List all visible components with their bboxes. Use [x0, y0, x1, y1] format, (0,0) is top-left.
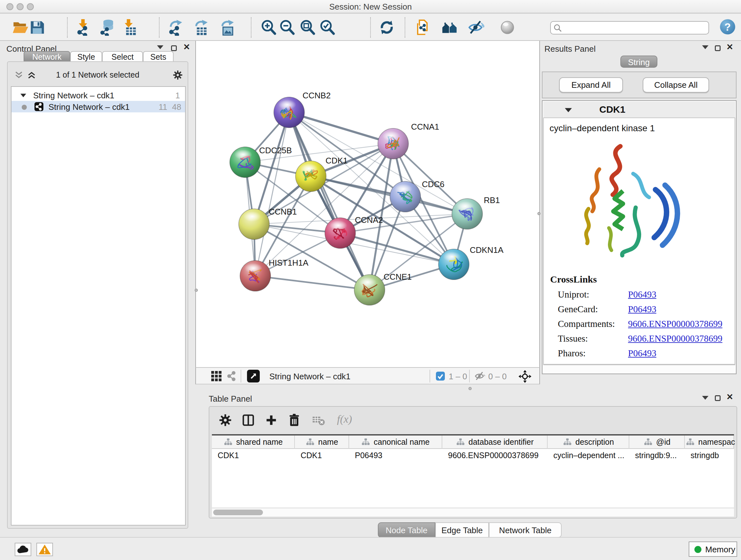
network-view[interactable]: CCNB2CCNA1CDC25BCDK1CDC6RB1CCNB1CCNA2CDK… — [195, 41, 540, 367]
help-icon[interactable]: ? — [719, 18, 736, 35]
table-cell[interactable]: CDK1 — [212, 449, 295, 462]
import-table-from-database-icon[interactable] — [99, 19, 116, 36]
splitter-handle[interactable] — [537, 212, 541, 215]
table-cell[interactable]: P06493 — [349, 449, 442, 462]
zoom-out-icon[interactable] — [279, 19, 295, 36]
column-header-namespac[interactable]: namespac — [685, 435, 734, 449]
table-panel-minimize-icon[interactable] — [702, 396, 709, 400]
tab-select[interactable]: Select — [102, 51, 143, 62]
splitter-handle[interactable] — [195, 289, 198, 292]
expand-all-button[interactable]: Expand All — [559, 77, 623, 92]
column-header-name[interactable]: name — [295, 435, 349, 449]
results-panel-float-icon[interactable] — [715, 45, 721, 51]
table-horizontal-scrollbar[interactable] — [212, 508, 734, 516]
scrollbar-thumb[interactable] — [213, 509, 263, 515]
table-panel-float-icon[interactable] — [715, 395, 721, 401]
network-tree-row-selected[interactable]: String Network – cdk1 11 48 — [11, 101, 185, 112]
zoom-selected-icon[interactable] — [319, 19, 336, 36]
search-input[interactable] — [565, 22, 705, 33]
table-gear-icon[interactable] — [218, 413, 232, 427]
gene-section-header[interactable]: CDK1 — [543, 102, 735, 118]
delete-table-icon[interactable] — [312, 413, 326, 427]
tab-network[interactable]: Network — [23, 51, 70, 62]
column-header--id[interactable]: @id — [629, 435, 685, 449]
results-tab-string[interactable]: String — [620, 56, 657, 68]
clone-network-icon[interactable] — [414, 19, 431, 36]
section-collapse-icon[interactable] — [565, 107, 572, 114]
open-session-icon[interactable] — [12, 19, 29, 36]
show-columns-icon[interactable] — [241, 413, 255, 427]
function-builder-icon[interactable]: f(x) — [337, 413, 352, 425]
table-cell[interactable]: cyclin–dependent ... — [548, 449, 629, 462]
node-rb1[interactable] — [452, 199, 482, 229]
open-in-window-icon[interactable] — [247, 370, 260, 382]
hide-unhide-icon[interactable] — [468, 19, 484, 36]
column-header-database-identifier[interactable]: database identifier — [442, 435, 548, 449]
tab-edge-table[interactable]: Edge Table — [435, 522, 489, 538]
export-table-icon[interactable] — [193, 19, 210, 36]
node-ccna1[interactable] — [378, 128, 408, 159]
control-panel-float-icon[interactable] — [171, 45, 177, 51]
node-cdkn1a[interactable] — [439, 249, 469, 280]
node-ccna2[interactable] — [325, 218, 355, 248]
home-icon[interactable] — [442, 19, 458, 36]
column-header-description[interactable]: description — [548, 435, 629, 449]
tree-expand-icon[interactable] — [20, 92, 26, 98]
crosslink-value-link[interactable]: P06493 — [628, 348, 657, 359]
node-label: CDC25B — [259, 145, 292, 155]
tab-sets[interactable]: Sets — [143, 51, 174, 62]
sphere-icon[interactable] — [499, 19, 516, 36]
table-cell[interactable]: stringdb:9... — [629, 449, 685, 462]
import-table-icon[interactable] — [121, 19, 138, 36]
fit-content-icon[interactable] — [518, 370, 532, 383]
zoom-in-icon[interactable] — [260, 19, 277, 36]
memory-button[interactable]: Memory — [689, 542, 737, 557]
table-panel-close-icon[interactable]: ✕ — [726, 392, 733, 402]
control-panel-close-icon[interactable]: ✕ — [183, 42, 190, 52]
delete-column-icon[interactable] — [287, 413, 301, 427]
table-cell[interactable]: 9606.ENSP00000378699 — [442, 449, 548, 462]
results-panel-minimize-icon[interactable] — [702, 45, 709, 49]
column-header-canonical-name[interactable]: canonical name — [349, 435, 442, 449]
network-tree-root-row[interactable]: String Network – cdk1 1 — [11, 89, 185, 101]
node-cdk1[interactable] — [295, 161, 326, 192]
splitter-handle[interactable] — [468, 387, 472, 390]
selected-checkbox-icon[interactable] — [436, 372, 445, 381]
hidden-eye-icon[interactable] — [474, 371, 486, 381]
table-cell[interactable]: stringdb — [685, 449, 734, 462]
tab-node-table[interactable]: Node Table — [378, 522, 435, 538]
refresh-icon[interactable] — [379, 19, 395, 36]
table-cell[interactable]: CDK1 — [295, 449, 349, 462]
results-horizontal-scrollbar[interactable] — [543, 365, 735, 374]
export-network-icon[interactable] — [167, 19, 184, 36]
node-cdc6[interactable] — [390, 181, 421, 212]
cloud-button[interactable] — [15, 543, 31, 556]
add-column-icon[interactable] — [264, 413, 278, 427]
gear-icon[interactable] — [172, 70, 183, 80]
column-header-shared-name[interactable]: shared name — [212, 435, 295, 449]
gene-description: cyclin–dependent kinase 1 — [549, 123, 655, 133]
import-network-icon[interactable] — [75, 19, 91, 36]
warning-button[interactable] — [37, 543, 53, 556]
tab-style[interactable]: Style — [70, 51, 102, 62]
crosslink-value-link[interactable]: P06493 — [628, 289, 657, 300]
node-hist1h1a[interactable] — [240, 260, 271, 291]
grid-view-icon[interactable] — [211, 371, 222, 382]
zoom-fit-icon[interactable] — [299, 19, 316, 36]
crosslink-value-link[interactable]: 9606.ENSP00000378699 — [628, 333, 723, 344]
node-ccnb2[interactable] — [274, 97, 305, 128]
export-image-icon[interactable] — [219, 19, 236, 36]
node-ccne1[interactable] — [354, 274, 385, 305]
tab-network-table[interactable]: Network Table — [489, 522, 562, 538]
crosslink-value-link[interactable]: P06493 — [628, 304, 657, 314]
crosslink-label: Uniprot: — [558, 289, 589, 300]
node-cdc25b[interactable] — [230, 147, 260, 178]
collapse-all-button[interactable]: Collapse All — [643, 77, 709, 92]
control-panel-minimize-icon[interactable] — [157, 45, 163, 49]
save-session-icon[interactable] — [29, 19, 45, 36]
crosslink-value-link[interactable]: 9606.ENSP00000378699 — [628, 319, 723, 329]
birdseye-icon[interactable] — [226, 370, 238, 382]
results-panel-close-icon[interactable]: ✕ — [726, 42, 733, 52]
node-ccnb1[interactable] — [239, 209, 269, 240]
network-tree: String Network – cdk1 1 String Network –… — [11, 86, 186, 525]
